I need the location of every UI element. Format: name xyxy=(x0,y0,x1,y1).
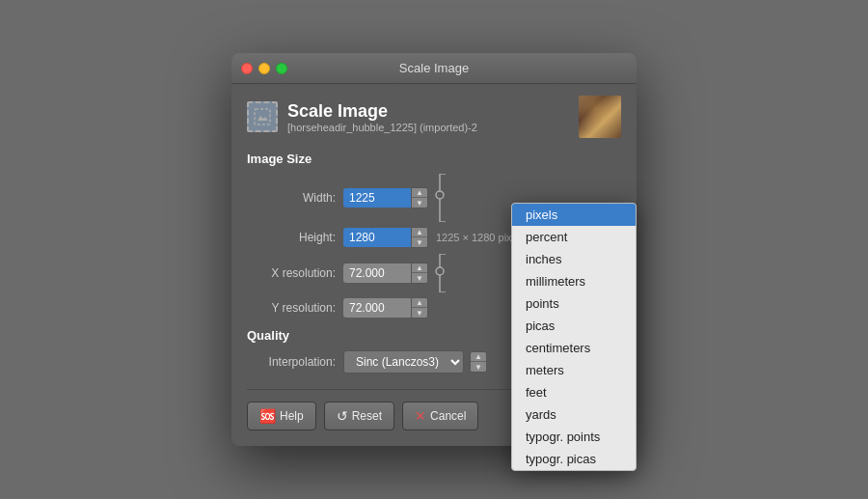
width-label: Width: xyxy=(247,191,343,205)
dialog-subtitle: [horseheadir_hubble_1225] (imported)-2 xyxy=(287,122,569,133)
height-input-group: ▲ ▼ xyxy=(343,227,428,248)
chain-bracket xyxy=(432,174,448,222)
x-res-input-group: ▲ ▼ xyxy=(343,263,428,284)
dropdown-item-yards[interactable]: yards xyxy=(512,403,636,426)
height-decrement[interactable]: ▼ xyxy=(412,237,427,247)
close-button[interactable] xyxy=(241,63,253,74)
y-res-input-group: ▲ ▼ xyxy=(343,297,428,319)
svg-rect-2 xyxy=(436,191,444,199)
dropdown-menu: pixels percent inches millimeters points… xyxy=(511,203,637,471)
interpolation-select[interactable]: Sinc (Lanczos3) xyxy=(343,350,464,374)
y-res-label: Y resolution: xyxy=(247,301,343,315)
dropdown-item-pixels[interactable]: pixels xyxy=(512,204,636,226)
cancel-icon: ✕ xyxy=(415,408,426,424)
reset-label: Reset xyxy=(352,409,382,423)
x-res-stepper: ▲ ▼ xyxy=(411,263,428,284)
help-button[interactable]: 🆘 Help xyxy=(247,402,316,430)
dropdown-item-picas[interactable]: picas xyxy=(512,315,636,337)
dialog-icon xyxy=(247,101,278,132)
header-row: Scale Image [horseheadir_hubble_1225] (i… xyxy=(247,96,621,138)
height-stepper: ▲ ▼ xyxy=(411,227,428,248)
dropdown-item-millimeters[interactable]: millimeters xyxy=(512,270,636,292)
reset-button[interactable]: ↺ Reset xyxy=(324,402,394,430)
units-dropdown: pixels percent inches millimeters points… xyxy=(511,203,637,471)
reset-icon: ↺ xyxy=(337,408,348,424)
svg-rect-7 xyxy=(436,267,444,275)
y-res-increment[interactable]: ▲ xyxy=(412,298,427,308)
cancel-label: Cancel xyxy=(430,409,466,423)
x-res-input[interactable] xyxy=(343,263,411,283)
width-input[interactable] xyxy=(343,188,411,208)
image-size-label: Image Size xyxy=(247,152,621,166)
interpolation-label: Interpolation: xyxy=(247,355,343,369)
interp-increment[interactable]: ▲ xyxy=(471,352,486,362)
height-label: Height: xyxy=(247,231,343,244)
height-input[interactable] xyxy=(343,228,411,247)
height-increment[interactable]: ▲ xyxy=(412,228,427,237)
dropdown-item-typogr-points[interactable]: typogr. points xyxy=(512,426,636,448)
y-res-input[interactable] xyxy=(343,298,411,318)
dropdown-item-points[interactable]: points xyxy=(512,292,636,315)
title-bar: Scale Image xyxy=(231,53,637,84)
svg-rect-0 xyxy=(255,109,270,125)
interp-decrement[interactable]: ▼ xyxy=(471,362,486,372)
width-stepper: ▲ ▼ xyxy=(411,187,428,208)
interp-stepper: ▲ ▼ xyxy=(470,351,487,373)
window-title: Scale Image xyxy=(399,61,469,75)
maximize-button[interactable] xyxy=(276,63,287,74)
width-increment[interactable]: ▲ xyxy=(412,188,427,198)
x-res-label: X resolution: xyxy=(247,266,343,280)
dropdown-item-inches[interactable]: inches xyxy=(512,248,636,270)
traffic-lights xyxy=(241,63,287,74)
dropdown-item-feet[interactable]: feet xyxy=(512,381,636,403)
x-res-decrement[interactable]: ▼ xyxy=(412,273,427,283)
dialog-title: Scale Image xyxy=(287,101,569,122)
y-res-decrement[interactable]: ▼ xyxy=(412,308,427,318)
minimize-button[interactable] xyxy=(258,63,270,74)
dropdown-item-meters[interactable]: meters xyxy=(512,359,636,381)
scale-image-dialog: Scale Image Scale Image [horseheadir_hub… xyxy=(231,53,637,446)
width-decrement[interactable]: ▼ xyxy=(412,198,427,208)
dropdown-item-typogr-picas[interactable]: typogr. picas xyxy=(512,448,636,470)
cancel-button[interactable]: ✕ Cancel xyxy=(402,402,478,430)
x-res-increment[interactable]: ▲ xyxy=(412,263,427,273)
dropdown-item-centimeters[interactable]: centimeters xyxy=(512,337,636,359)
help-label: Help xyxy=(280,409,304,423)
image-thumbnail xyxy=(579,96,621,138)
help-icon: 🆘 xyxy=(259,408,276,424)
header-info: Scale Image [horseheadir_hubble_1225] (i… xyxy=(287,101,569,133)
y-res-stepper: ▲ ▼ xyxy=(411,297,428,319)
dropdown-item-percent[interactable]: percent xyxy=(512,226,636,248)
width-input-group: ▲ ▼ xyxy=(343,187,428,208)
